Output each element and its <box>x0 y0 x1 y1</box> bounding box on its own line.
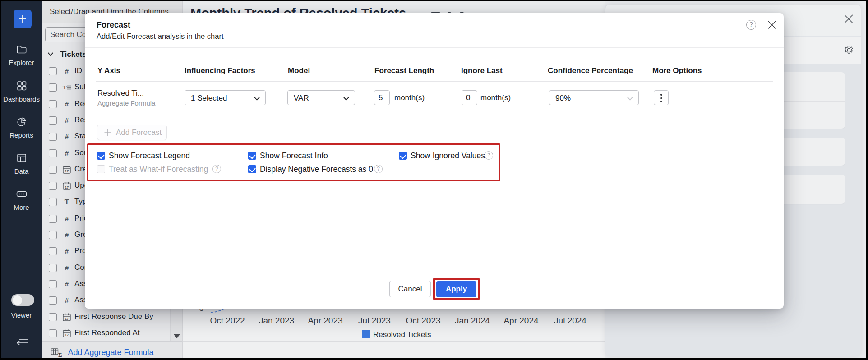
divider <box>96 81 773 82</box>
divider <box>96 113 773 113</box>
y-axis-aggregate-label: Aggregate Formula <box>97 99 155 107</box>
show-forecast-legend-checkbox[interactable] <box>97 152 105 160</box>
model-select[interactable]: VAR <box>287 90 355 105</box>
kebab-icon <box>660 94 662 102</box>
more-options-button[interactable] <box>654 90 669 105</box>
column-header-y-axis: Y Axis <box>97 66 120 75</box>
close-icon[interactable] <box>767 20 777 30</box>
checkbox-label[interactable]: Display Negative Forecasts as 0 <box>260 165 373 174</box>
show-ignored-values-checkbox[interactable] <box>399 152 407 160</box>
y-axis-column-name: Resolved Ti... <box>97 89 144 98</box>
influencing-factors-select[interactable]: 1 Selected <box>185 90 266 105</box>
chevron-down-icon <box>254 95 260 103</box>
chevron-down-icon <box>343 95 350 103</box>
select-value: VAR <box>294 94 309 103</box>
treat-as-what-if-forecasting-checkbox[interactable] <box>97 165 105 173</box>
select-value: 90% <box>555 94 571 103</box>
checkbox-label[interactable]: Show Forecast Legend <box>109 151 190 161</box>
help-icon[interactable]: ? <box>374 165 383 173</box>
help-icon[interactable]: ? <box>746 20 756 30</box>
add-forecast-button[interactable]: Add Forecast <box>97 125 167 140</box>
column-header-model: Model <box>288 66 310 75</box>
add-forecast-label: Add Forecast <box>116 128 162 137</box>
checkbox-label[interactable]: Show Forecast Info <box>260 151 328 161</box>
forecast-length-unit: month(s) <box>394 93 425 102</box>
screen: Explorer Dashboards Reports Data More <box>0 0 868 360</box>
confidence-percentage-select[interactable]: 90% <box>549 90 639 105</box>
display-negative-forecasts-checkbox[interactable] <box>248 165 256 173</box>
dialog-title: Forecast <box>97 20 130 30</box>
divider <box>85 47 784 48</box>
column-header-more-options: More Options <box>652 66 702 75</box>
cancel-button[interactable]: Cancel <box>389 281 431 297</box>
help-icon[interactable]: ? <box>212 165 221 173</box>
plus-icon <box>104 129 112 137</box>
show-forecast-info-checkbox[interactable] <box>248 152 256 160</box>
column-header-ignore-last: Ignore Last <box>461 66 503 75</box>
forecast-dialog: Forecast Add/Edit Forecast analysis in t… <box>85 13 784 309</box>
checkbox-label[interactable]: Show Ignored Values <box>411 151 485 161</box>
ignore-last-input[interactable] <box>462 90 477 105</box>
help-icon[interactable]: ? <box>485 151 493 160</box>
checkbox-label[interactable]: Treat as What-if Forecasting <box>109 165 208 174</box>
forecast-length-input[interactable] <box>374 90 390 105</box>
column-header-influencing-factors: Influencing Factors <box>185 66 255 75</box>
chevron-down-icon <box>627 95 633 103</box>
column-header-forecast-length: Forecast Length <box>374 66 434 75</box>
dialog-subtitle: Add/Edit Forecast analysis in the chart <box>97 32 224 41</box>
column-header-confidence-percentage: Confidence Percentage <box>548 66 633 75</box>
apply-button[interactable]: Apply <box>436 281 476 297</box>
ignore-last-unit: month(s) <box>480 93 511 102</box>
select-value: 1 Selected <box>191 94 227 103</box>
